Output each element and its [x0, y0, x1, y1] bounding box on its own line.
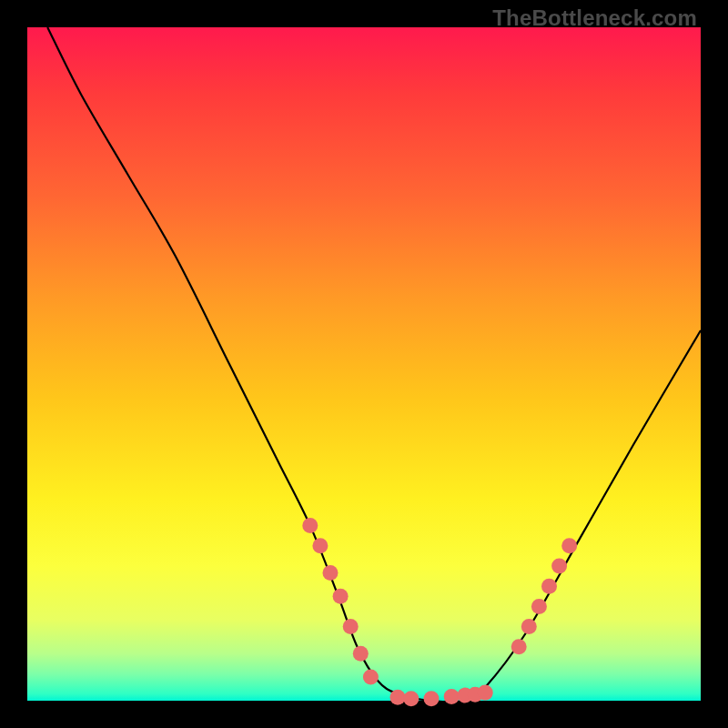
data-dot — [444, 689, 460, 704]
chart-svg — [27, 27, 701, 701]
data-dot — [424, 691, 440, 706]
data-dot — [541, 579, 557, 594]
data-dot — [561, 538, 577, 553]
data-dot — [531, 599, 547, 614]
curve-line — [47, 27, 701, 702]
data-dot — [312, 538, 328, 553]
data-dot — [343, 619, 359, 634]
data-dot — [333, 589, 349, 604]
data-dot — [323, 565, 339, 581]
data-dot — [511, 639, 527, 654]
data-dot — [478, 685, 493, 701]
data-dot — [353, 646, 369, 662]
data-dot — [521, 619, 537, 634]
data-dot — [363, 670, 379, 685]
data-dot — [302, 518, 318, 533]
data-dot — [403, 691, 419, 706]
plot-area — [27, 27, 701, 701]
data-dot — [551, 559, 567, 574]
chart-frame: TheBottleneck.com — [0, 0, 728, 728]
data-dot — [390, 690, 406, 705]
